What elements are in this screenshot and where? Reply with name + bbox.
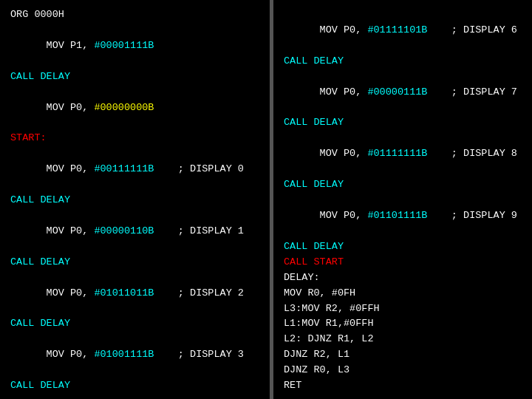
line-call-delay-8: CALL DELAY — [284, 54, 525, 69]
right-panel: MOV P0, #01111101B ; DISPLAY 6 CALL DELA… — [273, 0, 532, 399]
line-display3: MOV P0, #01001111B ; DISPLAY 3 — [10, 332, 262, 378]
line-display4: MOV P0, #01100110B ; DISPLAY 4 — [10, 394, 262, 399]
line-l1: L1:MOV R1,#0FFH — [284, 316, 525, 332]
line-call-delay-5: CALL DELAY — [10, 378, 262, 394]
line-call-delay-1: CALL DELAY — [10, 69, 262, 85]
line-djnz-r2: DJNZ R2, L1 — [284, 347, 525, 363]
line-mov-r0: MOV R0, #0FH — [284, 286, 525, 301]
line-blank — [284, 394, 525, 399]
line-display9: MOV P0, #01101111B ; DISPLAY 9 — [284, 193, 525, 239]
line-mov-p1: MOV P1, #00001111B — [10, 23, 262, 69]
main-container: ORG 0000H MOV P1, #00001111B CALL DELAY … — [0, 0, 532, 399]
line-djnz-r0: DJNZ R0, L3 — [284, 363, 525, 378]
line-display6: MOV P0, #01111101B ; DISPLAY 6 — [284, 7, 525, 54]
line-org: ORG 0000H — [10, 7, 262, 23]
line-call-delay-10: CALL DELAY — [284, 177, 525, 193]
line-l3: L3:MOV R2, #0FFH — [284, 301, 525, 317]
line-display0: MOV P0, #00111111B ; DISPLAY 0 — [10, 146, 262, 193]
line-mov-p0-0: MOV P0, #00000000B — [10, 85, 262, 132]
line-call-start: CALL START — [284, 255, 525, 270]
line-delay-label: DELAY: — [284, 270, 525, 286]
line-call-delay-4: CALL DELAY — [10, 316, 262, 332]
line-l2: L2: DJNZ R1, L2 — [284, 332, 525, 347]
line-call-delay-11: CALL DELAY — [284, 239, 525, 255]
line-call-delay-3: CALL DELAY — [10, 255, 262, 270]
line-display7: MOV P0, #00000111B ; DISPLAY 7 — [284, 69, 525, 116]
line-ret: RET — [284, 378, 525, 394]
line-display1: MOV P0, #00000110B ; DISPLAY 1 — [10, 208, 262, 255]
line-display8: MOV P0, #01111111B ; DISPLAY 8 — [284, 131, 525, 177]
line-start: START: — [10, 131, 262, 146]
left-panel: ORG 0000H MOV P1, #00001111B CALL DELAY … — [0, 0, 270, 399]
line-call-delay-2: CALL DELAY — [10, 193, 262, 208]
line-display2: MOV P0, #01011011B ; DISPLAY 2 — [10, 270, 262, 317]
line-call-delay-9: CALL DELAY — [284, 115, 525, 131]
